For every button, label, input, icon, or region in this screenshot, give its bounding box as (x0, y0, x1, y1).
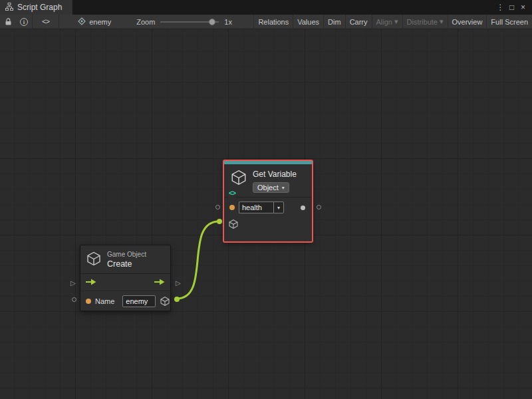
object-input-row (224, 217, 312, 232)
flow-in-outer-port[interactable]: ▷ (70, 280, 76, 287)
name-parameter-row: Name (80, 291, 170, 311)
values-button[interactable]: Values (293, 15, 323, 29)
zoom-slider-knob[interactable] (209, 19, 215, 25)
node-get-variable[interactable]: <> Get Variable Object ▾ ▾ (223, 160, 313, 242)
value-outer-port[interactable] (317, 205, 321, 209)
info-icon[interactable]: i (16, 15, 32, 29)
connection-wire[interactable] (177, 221, 219, 299)
node-header: Game Object Create (80, 245, 170, 273)
fullscreen-button[interactable]: Full Screen (486, 15, 532, 29)
node-header: <> Get Variable Object ▾ (224, 164, 312, 197)
name-input-port[interactable] (86, 299, 91, 304)
name-input[interactable] (122, 295, 156, 307)
chevron-down-icon: ▾ (440, 17, 444, 26)
node-create-gameobject[interactable]: Game Object Create Name (80, 245, 171, 311)
variable-name-field-group: ▾ (239, 201, 284, 213)
button-label: Values (297, 18, 319, 26)
toolbar: i <> enemy Zoom 1x Relations Values Dim … (0, 15, 532, 29)
dim-button[interactable]: Dim (323, 15, 345, 29)
overview-button[interactable]: Overview (448, 15, 487, 29)
flow-out-arrow-icon[interactable] (154, 279, 165, 287)
maximize-icon[interactable]: □ (506, 0, 517, 15)
script-graph-icon (5, 3, 13, 13)
button-label: Full Screen (491, 18, 528, 26)
object-input-connected-port[interactable] (217, 219, 222, 224)
titlebar: Script Graph ⋮ □ × (0, 0, 532, 15)
chevron-down-icon: ▾ (282, 185, 285, 191)
zoom-slider[interactable] (160, 15, 219, 29)
distribute-button[interactable]: Distribute ▾ (402, 15, 448, 29)
menu-icon[interactable]: ⋮ (495, 0, 506, 15)
value-output-port[interactable] (301, 205, 305, 210)
node-subtitle: Game Object (107, 251, 146, 258)
button-label: Relations (258, 18, 289, 26)
toolbar-separator (59, 15, 59, 29)
node-title: Get Variable (253, 170, 297, 179)
zoom-value: 1x (224, 18, 232, 26)
left-outer-port[interactable] (215, 205, 220, 209)
scope-value: Object (257, 184, 279, 192)
button-label: Dim (328, 18, 341, 26)
gameobject-cube-icon (228, 219, 239, 231)
lock-icon[interactable] (0, 15, 16, 29)
close-icon[interactable]: × (517, 0, 529, 15)
gameobject-output-connected-port[interactable] (174, 297, 180, 302)
relations-button[interactable]: Relations (253, 15, 293, 29)
control-flow-row (80, 274, 170, 291)
button-label: Align (376, 18, 392, 26)
variable-scope-dropdown[interactable]: Object ▾ (253, 182, 289, 193)
window-controls: ⋮ □ × (495, 0, 532, 15)
button-label: Carry (350, 18, 368, 26)
button-label: Distribute (407, 18, 438, 26)
name-outer-port[interactable] (72, 297, 76, 302)
tab-title: Script Graph (17, 3, 62, 12)
tab-script-graph[interactable]: Script Graph (0, 0, 72, 15)
gameobject-output-icon (160, 296, 170, 307)
variable-name-row: ▾ (224, 198, 312, 217)
carry-button[interactable]: Carry (345, 15, 372, 29)
variable-cube-icon: <> (230, 169, 247, 197)
code-overlay-icon: <> (228, 190, 236, 198)
gameobject-cube-icon (86, 251, 102, 268)
script-graph-asset-icon (78, 17, 86, 27)
flow-out-outer-port[interactable]: ▷ (176, 280, 181, 287)
name-input-port[interactable] (229, 205, 235, 210)
graph-canvas[interactable]: <> Get Variable Object ▾ ▾ (0, 29, 532, 399)
chevron-down-icon: ▾ (277, 205, 280, 211)
align-button[interactable]: Align ▾ (372, 15, 402, 29)
graph-breadcrumb[interactable]: enemy (74, 15, 115, 29)
chevron-down-icon: ▾ (394, 17, 398, 26)
node-title: Create (107, 259, 146, 269)
zoom-label: Zoom (136, 18, 155, 26)
toolbar-right-group: Relations Values Dim Carry Align ▾ Distr… (253, 15, 532, 29)
graph-name: enemy (89, 18, 111, 26)
flow-in-arrow-icon[interactable] (86, 279, 96, 287)
edit-code-icon[interactable]: <> (33, 15, 59, 29)
variable-name-input[interactable] (239, 201, 273, 213)
variable-name-picker[interactable]: ▾ (273, 201, 284, 213)
name-label: Name (95, 297, 114, 305)
button-label: Overview (452, 18, 483, 26)
